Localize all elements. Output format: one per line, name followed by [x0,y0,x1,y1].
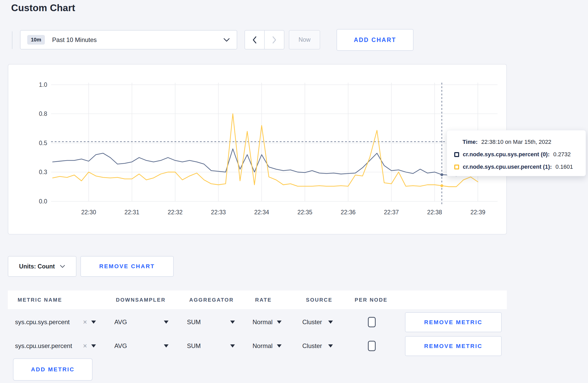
x-tick-label: 22:38 [427,209,442,216]
chevron-right-icon [272,36,277,44]
page-title: Custom Chart [11,3,75,13]
remove-metric-button[interactable]: REMOVE METRIC [405,336,502,356]
tooltip-sys-value: 0.2732 [553,151,571,158]
metric-name-caret-icon[interactable] [91,321,96,324]
chevron-left-icon [252,36,257,44]
x-tick-label: 22:33 [211,209,226,216]
chevron-down-icon [60,265,65,268]
remove-metric-x-icon[interactable]: × [83,317,87,327]
units-select[interactable]: Units: Count [8,256,76,277]
tooltip-user-value: 0.1601 [556,164,573,170]
add-metric-button[interactable]: ADD METRIC [13,358,93,381]
tooltip-user-label: cr.node.sys.cpu.user.percent (1): [463,164,552,170]
x-tick-label: 22:30 [81,209,96,216]
per-node-checkbox[interactable] [368,341,376,351]
y-tick-label: 1.0 [39,81,47,88]
hover-point [440,173,443,176]
toolbar-divider [12,31,12,49]
col-header-aggregator: AGGREGATOR [189,290,234,309]
tooltip-time-label: Time: [463,139,478,145]
aggregator-caret-icon[interactable] [230,321,235,324]
aggregator-select[interactable]: SUM [187,341,201,351]
aggregator-caret-icon[interactable] [230,344,235,347]
col-header-source: SOURCE [306,290,332,309]
rate-select[interactable]: Normal [253,317,272,327]
remove-chart-button[interactable]: REMOVE CHART [80,256,174,277]
rate-caret-icon[interactable] [277,344,282,347]
hover-point [440,184,443,187]
x-tick-label: 22:35 [297,209,312,216]
x-tick-label: 22:39 [470,209,485,216]
per-node-checkbox[interactable] [368,317,376,327]
downsampler-select[interactable]: AVG [114,341,127,351]
downsampler-caret-icon[interactable] [164,321,169,324]
metrics-table-header: METRIC NAME DOWNSAMPLER AGGREGATOR RATE … [8,290,507,309]
downsampler-select[interactable]: AVG [114,317,127,327]
x-tick-label: 22:31 [124,209,139,216]
prev-time-button[interactable] [245,31,265,49]
metric-name-value: sys.cpu.sys.percent [15,317,70,327]
source-caret-icon[interactable] [328,344,333,347]
downsampler-caret-icon[interactable] [164,344,169,347]
chart-card: 0.00.30.50.81.022:3022:3122:3222:3322:34… [8,64,507,235]
tooltip-sys-label: cr.node.sys.cpu.sys.percent (0): [463,151,550,158]
x-tick-label: 22:32 [168,209,183,216]
y-tick-label: 0.5 [39,140,47,146]
source-select[interactable]: Cluster [302,317,322,327]
y-tick-label: 0.8 [39,110,47,117]
sys-series-swatch-icon [454,152,459,157]
add-chart-button[interactable]: ADD CHART [337,29,414,51]
y-tick-label: 0.3 [39,169,47,175]
col-header-downsampler: DOWNSAMPLER [116,290,166,309]
units-label: Units: Count [19,263,55,270]
chevron-down-icon [223,38,230,42]
remove-metric-x-icon[interactable]: × [83,341,87,351]
now-button[interactable]: Now [289,30,320,49]
rate-select[interactable]: Normal [253,341,272,351]
x-tick-label: 22:34 [254,209,269,216]
time-range-select[interactable]: 10m Past 10 Minutes [20,30,237,49]
rate-caret-icon[interactable] [277,321,282,324]
chart-canvas[interactable]: 0.00.30.50.81.022:3022:3122:3222:3322:34… [8,65,506,234]
source-select[interactable]: Cluster [302,341,322,351]
col-header-per-node: PER NODE [355,290,388,309]
metric-name-value: sys.cpu.user.percent [15,341,72,351]
y-tick-label: 0.0 [39,198,47,205]
chart-hover-tooltip: Time: 22:38:10 on Mar 15th, 2022 cr.node… [447,130,586,176]
x-tick-label: 22:37 [384,209,399,216]
metric-name-caret-icon[interactable] [91,344,96,347]
col-header-metric-name: METRIC NAME [18,290,62,309]
user-series-swatch-icon [454,165,459,169]
source-caret-icon[interactable] [328,321,333,324]
col-header-rate: RATE [255,290,272,309]
tooltip-time-value: 22:38:10 on Mar 15th, 2022 [481,139,551,145]
aggregator-select[interactable]: SUM [187,317,201,327]
remove-metric-button[interactable]: REMOVE METRIC [405,312,502,332]
next-time-button[interactable] [265,31,284,49]
time-nav-group [244,30,284,49]
time-window-badge: 10m [27,35,45,45]
x-tick-label: 22:36 [341,209,356,216]
series-line [53,114,478,187]
time-window-label: Past 10 Minutes [52,36,97,44]
